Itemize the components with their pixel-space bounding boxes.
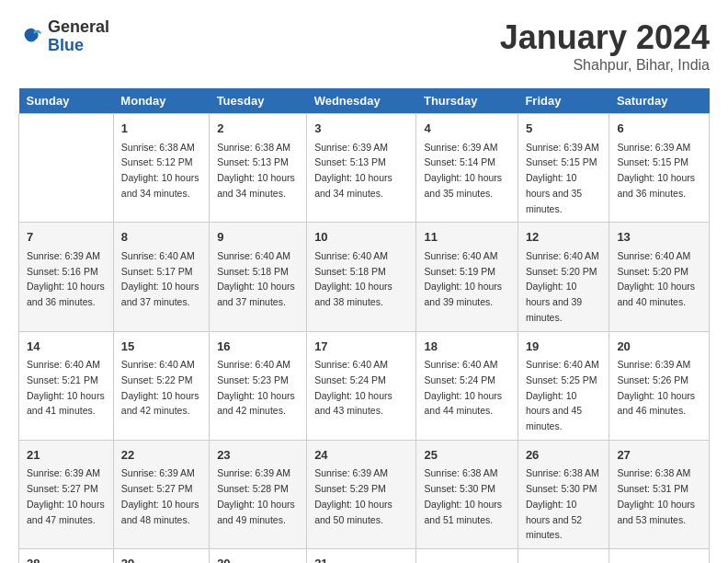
- calendar-cell: 26Sunrise: 6:38 AMSunset: 5:30 PMDayligh…: [518, 440, 609, 548]
- daylight-info: Daylight: 10 hours and 42 minutes.: [121, 390, 199, 417]
- daylight-info: Daylight: 10 hours and 35 minutes.: [424, 172, 502, 199]
- sunset-info: Sunset: 5:13 PM: [217, 156, 289, 167]
- calendar-cell: 23Sunrise: 6:39 AMSunset: 5:28 PMDayligh…: [210, 440, 307, 548]
- calendar-cell: 25Sunrise: 6:38 AMSunset: 5:30 PMDayligh…: [416, 440, 518, 548]
- daylight-info: Daylight: 10 hours and 42 minutes.: [217, 390, 295, 417]
- calendar-cell: 24Sunrise: 6:39 AMSunset: 5:29 PMDayligh…: [307, 440, 416, 548]
- sunset-info: Sunset: 5:24 PM: [424, 374, 495, 385]
- sunset-info: Sunset: 5:27 PM: [121, 483, 193, 494]
- daylight-info: Daylight: 10 hours and 43 minutes.: [314, 390, 392, 417]
- calendar-cell: 4Sunrise: 6:39 AMSunset: 5:14 PMDaylight…: [416, 114, 518, 223]
- daylight-info: Daylight: 10 hours and 44 minutes.: [424, 390, 502, 417]
- day-number: 17: [314, 338, 408, 356]
- sunset-info: Sunset: 5:28 PM: [217, 483, 289, 494]
- calendar-cell: 16Sunrise: 6:40 AMSunset: 5:23 PMDayligh…: [210, 331, 307, 440]
- sunset-info: Sunset: 5:30 PM: [424, 483, 495, 494]
- sunrise-info: Sunrise: 6:40 AM: [217, 359, 290, 370]
- day-number: 28: [27, 555, 106, 563]
- calendar-cell: 2Sunrise: 6:38 AMSunset: 5:13 PMDaylight…: [210, 114, 307, 223]
- daylight-info: Daylight: 10 hours and 41 minutes.: [27, 390, 105, 417]
- calendar-cell: 3Sunrise: 6:39 AMSunset: 5:13 PMDaylight…: [307, 114, 416, 223]
- logo-text: General Blue: [48, 18, 109, 55]
- calendar-cell: 13Sunrise: 6:40 AMSunset: 5:20 PMDayligh…: [609, 223, 710, 331]
- sunset-info: Sunset: 5:21 PM: [27, 374, 98, 385]
- daylight-info: Daylight: 10 hours and 39 minutes.: [424, 281, 502, 307]
- calendar-cell: [518, 549, 609, 564]
- sunset-info: Sunset: 5:30 PM: [526, 483, 597, 494]
- subtitle: Shahpur, Bihar, India: [500, 57, 710, 74]
- calendar-table: SundayMondayTuesdayWednesdayThursdayFrid…: [18, 88, 710, 563]
- logo: General Blue: [18, 18, 109, 55]
- logo-icon: [18, 24, 44, 50]
- day-number: 7: [27, 228, 106, 247]
- day-number: 1: [121, 120, 201, 138]
- title-block: January 2024 Shahpur, Bihar, India: [500, 18, 710, 74]
- calendar-cell: 6Sunrise: 6:39 AMSunset: 5:15 PMDaylight…: [609, 114, 710, 223]
- sunset-info: Sunset: 5:26 PM: [617, 374, 688, 385]
- day-number: 31: [314, 555, 408, 563]
- sunset-info: Sunset: 5:25 PM: [526, 374, 597, 385]
- sunset-info: Sunset: 5:27 PM: [27, 483, 98, 494]
- calendar-cell: 30Sunrise: 6:37 AMSunset: 5:33 PMDayligh…: [210, 549, 307, 564]
- calendar-cell: 11Sunrise: 6:40 AMSunset: 5:19 PMDayligh…: [416, 223, 518, 331]
- calendar-cell: 27Sunrise: 6:38 AMSunset: 5:31 PMDayligh…: [609, 440, 710, 548]
- daylight-info: Daylight: 10 hours and 34 minutes.: [121, 172, 199, 199]
- calendar-week-row: 14Sunrise: 6:40 AMSunset: 5:21 PMDayligh…: [19, 331, 710, 440]
- day-number: 16: [217, 338, 299, 356]
- sunrise-info: Sunrise: 6:39 AM: [424, 142, 497, 153]
- day-number: 6: [617, 120, 701, 138]
- day-number: 12: [526, 228, 602, 247]
- calendar-week-row: 28Sunrise: 6:37 AMSunset: 5:32 PMDayligh…: [19, 549, 710, 564]
- daylight-info: Daylight: 10 hours and 34 minutes.: [217, 172, 295, 199]
- sunrise-info: Sunrise: 6:38 AM: [424, 467, 497, 478]
- calendar-cell: 10Sunrise: 6:40 AMSunset: 5:18 PMDayligh…: [307, 223, 416, 331]
- daylight-info: Daylight: 10 hours and 49 minutes.: [217, 499, 295, 525]
- sunrise-info: Sunrise: 6:40 AM: [526, 359, 599, 370]
- day-of-week-header: Wednesday: [307, 88, 416, 114]
- calendar-cell: 22Sunrise: 6:39 AMSunset: 5:27 PMDayligh…: [113, 440, 209, 548]
- sunset-info: Sunset: 5:22 PM: [121, 374, 193, 385]
- sunset-info: Sunset: 5:20 PM: [617, 266, 688, 277]
- calendar-cell: 28Sunrise: 6:37 AMSunset: 5:32 PMDayligh…: [19, 549, 114, 564]
- day-number: 18: [424, 338, 509, 356]
- daylight-info: Daylight: 10 hours and 48 minutes.: [121, 499, 199, 525]
- main-title: January 2024: [500, 18, 710, 57]
- daylight-info: Daylight: 10 hours and 38 minutes.: [314, 281, 392, 307]
- day-of-week-header: Sunday: [19, 88, 114, 114]
- sunrise-info: Sunrise: 6:40 AM: [526, 250, 599, 261]
- calendar-cell: 7Sunrise: 6:39 AMSunset: 5:16 PMDaylight…: [19, 223, 114, 331]
- sunset-info: Sunset: 5:14 PM: [424, 156, 495, 167]
- calendar-cell: 5Sunrise: 6:39 AMSunset: 5:15 PMDaylight…: [518, 114, 609, 223]
- day-of-week-header: Friday: [518, 88, 609, 114]
- calendar-cell: 9Sunrise: 6:40 AMSunset: 5:18 PMDaylight…: [210, 223, 307, 331]
- sunrise-info: Sunrise: 6:39 AM: [526, 142, 599, 153]
- sunset-info: Sunset: 5:29 PM: [314, 483, 386, 494]
- day-number: 30: [217, 555, 299, 563]
- sunset-info: Sunset: 5:20 PM: [526, 266, 597, 277]
- daylight-info: Daylight: 10 hours and 51 minutes.: [424, 499, 502, 525]
- sunrise-info: Sunrise: 6:40 AM: [217, 250, 290, 261]
- day-number: 22: [121, 446, 201, 465]
- day-number: 20: [617, 338, 701, 356]
- sunrise-info: Sunrise: 6:40 AM: [121, 250, 195, 261]
- sunrise-info: Sunrise: 6:39 AM: [617, 359, 690, 370]
- sunrise-info: Sunrise: 6:38 AM: [121, 142, 195, 153]
- calendar-cell: [416, 549, 518, 564]
- page-header: General Blue January 2024 Shahpur, Bihar…: [18, 18, 710, 74]
- sunset-info: Sunset: 5:17 PM: [121, 266, 193, 277]
- sunset-info: Sunset: 5:23 PM: [217, 374, 289, 385]
- sunrise-info: Sunrise: 6:39 AM: [314, 467, 388, 478]
- calendar-cell: 18Sunrise: 6:40 AMSunset: 5:24 PMDayligh…: [416, 331, 518, 440]
- daylight-info: Daylight: 10 hours and 37 minutes.: [121, 281, 199, 307]
- sunset-info: Sunset: 5:24 PM: [314, 374, 386, 385]
- sunrise-info: Sunrise: 6:39 AM: [314, 142, 388, 153]
- day-number: 3: [314, 120, 408, 138]
- sunrise-info: Sunrise: 6:40 AM: [27, 359, 100, 370]
- daylight-info: Daylight: 10 hours and 39 minutes.: [526, 281, 582, 323]
- day-number: 10: [314, 228, 408, 247]
- sunset-info: Sunset: 5:16 PM: [27, 266, 98, 277]
- sunrise-info: Sunrise: 6:40 AM: [121, 359, 195, 370]
- day-number: 15: [121, 338, 201, 356]
- sunrise-info: Sunrise: 6:40 AM: [424, 250, 497, 261]
- day-number: 2: [217, 120, 299, 138]
